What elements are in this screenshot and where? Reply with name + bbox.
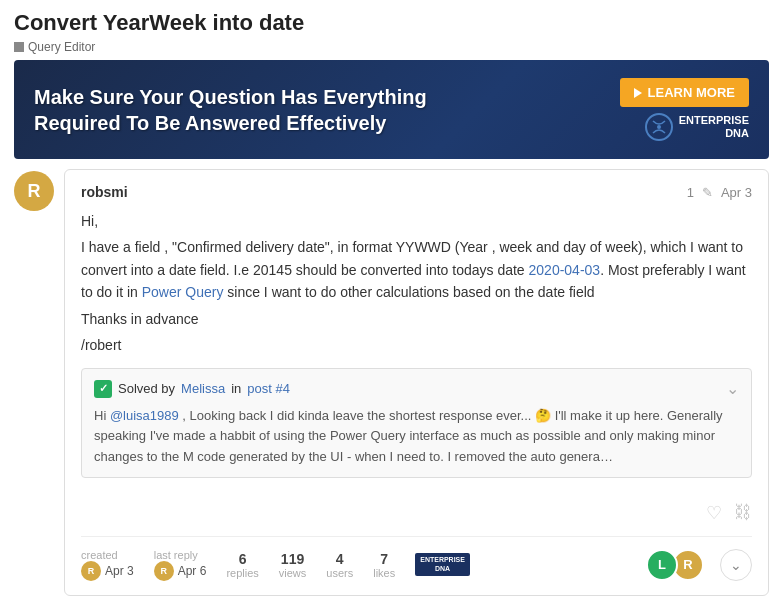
post-area: R robsmi 1 ✎ Apr 3 Hi, I have a field , … bbox=[14, 169, 769, 596]
created-label: created bbox=[81, 549, 118, 561]
footer-users: 4 users bbox=[326, 551, 353, 579]
footer-created: created R Apr 3 bbox=[81, 549, 134, 581]
replies-label: replies bbox=[226, 567, 258, 579]
footer-avatar-l: L bbox=[646, 549, 678, 581]
logo-text: ENTERPRISE DNA bbox=[679, 114, 749, 140]
likes-value: 7 bbox=[380, 551, 388, 567]
users-label: users bbox=[326, 567, 353, 579]
last-reply-label: last reply bbox=[154, 549, 198, 561]
expand-post-button[interactable]: ⌄ bbox=[720, 549, 752, 581]
learn-more-button[interactable]: LEARN MORE bbox=[620, 78, 749, 107]
solved-checkmark-icon: ✓ bbox=[94, 380, 112, 398]
footer-likes: 7 likes bbox=[373, 551, 395, 579]
last-reply-avatar: R bbox=[154, 561, 174, 581]
users-value: 4 bbox=[336, 551, 344, 567]
solved-post-link[interactable]: post #4 bbox=[247, 381, 290, 396]
views-label: views bbox=[279, 567, 307, 579]
post-body: Hi, I have a field , "Confirmed delivery… bbox=[81, 210, 752, 356]
footer-views: 119 views bbox=[279, 551, 307, 579]
solved-preview-text: Hi @luisa1989 , Looking back I did kinda… bbox=[94, 406, 739, 466]
edit-icon[interactable]: ✎ bbox=[702, 185, 713, 200]
post-footer: created R Apr 3 last reply R Apr 6 6 rep… bbox=[81, 536, 752, 581]
footer-avatars: L R bbox=[646, 549, 704, 581]
svg-point-1 bbox=[657, 125, 661, 129]
last-reply-date: Apr 6 bbox=[178, 564, 207, 578]
play-icon bbox=[634, 88, 642, 98]
post-line-2: I have a field , "Confirmed delivery dat… bbox=[81, 236, 752, 303]
solved-badge: ✓ Solved by Melissa in post #4 bbox=[94, 380, 290, 398]
post-author-avatar: R bbox=[14, 171, 54, 211]
post-edit-number: 1 bbox=[687, 185, 694, 200]
post-meta: 1 ✎ Apr 3 bbox=[687, 185, 752, 200]
like-icon[interactable]: ♡ bbox=[706, 502, 722, 524]
breadcrumb: Query Editor bbox=[0, 38, 783, 60]
post-actions: ♡ ⛓ bbox=[81, 492, 752, 524]
promo-banner: Make Sure Your Question Has Everything R… bbox=[14, 60, 769, 159]
footer-last-reply: last reply R Apr 6 bbox=[154, 549, 207, 581]
views-value: 119 bbox=[281, 551, 304, 567]
last-reply-user-date: R Apr 6 bbox=[154, 561, 207, 581]
footer-enterprise-badge: ENTERPRISE DNA bbox=[415, 553, 470, 576]
highlight-date: 2020-04-03 bbox=[529, 262, 601, 278]
post-header: robsmi 1 ✎ Apr 3 bbox=[81, 184, 752, 200]
dna-icon bbox=[645, 113, 673, 141]
post-line-3: Thanks in advance bbox=[81, 308, 752, 330]
solved-middle: in bbox=[231, 381, 241, 396]
solved-block: ✓ Solved by Melissa in post #4 ⌄ Hi @lui… bbox=[81, 368, 752, 477]
post-username: robsmi bbox=[81, 184, 128, 200]
solved-prefix: Solved by bbox=[118, 381, 175, 396]
created-user-date: R Apr 3 bbox=[81, 561, 134, 581]
share-link-icon[interactable]: ⛓ bbox=[734, 502, 752, 524]
post-line-1: Hi, bbox=[81, 210, 752, 232]
solved-user-link[interactable]: Melissa bbox=[181, 381, 225, 396]
likes-label: likes bbox=[373, 567, 395, 579]
footer-replies: 6 replies bbox=[226, 551, 258, 579]
solved-header: ✓ Solved by Melissa in post #4 ⌄ bbox=[94, 379, 739, 398]
highlight-power-query: Power Query bbox=[142, 284, 224, 300]
enterprise-dna-badge: ENTERPRISE DNA bbox=[415, 553, 470, 576]
banner-text: Make Sure Your Question Has Everything R… bbox=[34, 84, 514, 136]
post-card: robsmi 1 ✎ Apr 3 Hi, I have a field , "C… bbox=[64, 169, 769, 596]
post-date: Apr 3 bbox=[721, 185, 752, 200]
breadcrumb-label: Query Editor bbox=[28, 40, 95, 54]
post-line-4: /robert bbox=[81, 334, 752, 356]
banner-right: LEARN MORE ENTERPRISE DNA bbox=[620, 78, 749, 141]
page-title: Convert YearWeek into date bbox=[0, 0, 783, 38]
banner-button-label: LEARN MORE bbox=[648, 85, 735, 100]
enterprise-dna-logo: ENTERPRISE DNA bbox=[645, 113, 749, 141]
created-date: Apr 3 bbox=[105, 564, 134, 578]
breadcrumb-icon bbox=[14, 42, 24, 52]
created-avatar: R bbox=[81, 561, 101, 581]
mention-luisa[interactable]: @luisa1989 bbox=[110, 408, 179, 423]
replies-value: 6 bbox=[239, 551, 247, 567]
solved-chevron-icon[interactable]: ⌄ bbox=[726, 379, 739, 398]
